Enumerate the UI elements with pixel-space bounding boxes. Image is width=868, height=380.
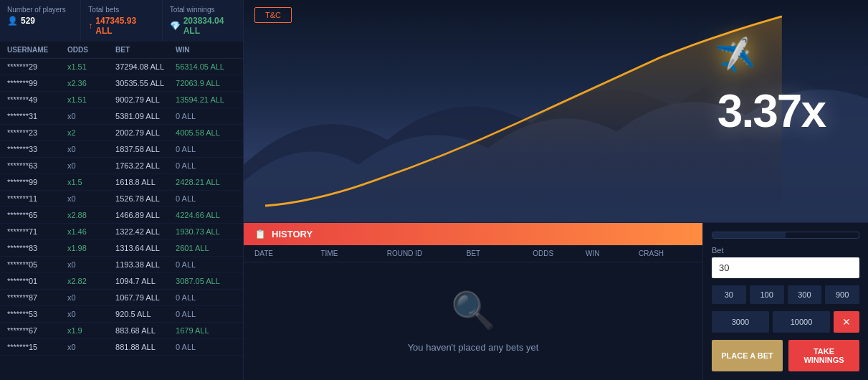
table-row: *******87 x0 1067.79 ALL 0 ALL [0, 290, 243, 306]
cell-bet: 1763.22 ALL [115, 161, 176, 170]
multiplier-display: 3.37x [717, 85, 825, 138]
col-time: TIME [320, 250, 386, 257]
winnings-stat: Total winnings 💎 203834.04 ALL [163, 0, 243, 42]
history-icon: 📋 [254, 229, 266, 239]
cell-odds: x1.98 [67, 244, 115, 252]
cell-odds: x1.51 [67, 62, 115, 71]
action-buttons: PLACE A BET TAKE WINNINGS [712, 340, 859, 371]
empty-icon: 🔍 [451, 290, 495, 331]
cell-win: 72063.9 ALL [176, 79, 236, 87]
cell-bet: 1067.79 ALL [115, 293, 176, 302]
cell-odds: x0 [67, 145, 115, 153]
cell-username: *******65 [7, 211, 67, 219]
cell-bet: 920.5 ALL [115, 310, 176, 318]
cell-username: *******63 [7, 161, 67, 170]
players-icon: 👤 [7, 16, 18, 26]
cell-win: 0 ALL [176, 161, 236, 170]
table-row: *******05 x0 1193.38 ALL 0 ALL [0, 257, 243, 273]
cell-odds: x1.46 [67, 227, 115, 236]
take-winnings-button[interactable]: TAKE WINNINGS [788, 340, 859, 371]
cell-win: 0 ALL [176, 194, 236, 203]
stake-selector-tab[interactable]: STAKE SELECTOR [712, 232, 786, 239]
cell-odds: x1.5 [67, 178, 115, 186]
table-row: *******49 x1.51 9002.79 ALL 13594.21 ALL [0, 92, 243, 108]
col-round-id: ROUND ID [387, 250, 467, 257]
col-bet-h: BET [467, 250, 533, 257]
cell-bet: 1313.64 ALL [115, 244, 176, 252]
quick-bet-100[interactable]: 100 [750, 285, 784, 304]
cell-bet: 30535.55 ALL [115, 79, 176, 87]
cell-win: 13594.21 ALL [176, 95, 236, 104]
quick-bet-300[interactable]: 300 [788, 285, 822, 304]
cell-odds: x0 [67, 161, 115, 170]
winnings-label: Total winnings [170, 6, 236, 14]
cell-username: *******01 [7, 277, 67, 285]
cell-bet: 1094.7 ALL [115, 277, 176, 285]
cell-odds: x2 [67, 128, 115, 137]
table-row: *******83 x1.98 1313.64 ALL 2601 ALL [0, 240, 243, 257]
right-panel: T&C ✈️ 3.37x 📋 HI [244, 0, 868, 380]
autobet-tab[interactable]: AUTOBET [786, 232, 859, 239]
cell-username: *******05 [7, 260, 67, 269]
history-header: 📋 HISTORY [244, 223, 702, 245]
clear-button[interactable]: ✕ [834, 311, 859, 333]
tc-button[interactable]: T&C [254, 7, 292, 23]
cell-win: 0 ALL [176, 260, 236, 269]
winnings-value: 💎 203834.04 ALL [170, 16, 236, 36]
cell-win: 1930.73 ALL [176, 227, 236, 236]
cell-username: *******99 [7, 79, 67, 87]
bets-label: Total bets [88, 6, 154, 14]
players-stat: Number of players 👤 529 [0, 0, 81, 42]
history-table-header: DATE TIME ROUND ID BET ODDS WIN CRASH [244, 245, 702, 262]
history-empty: 🔍 You haven't placed any bets yet [244, 262, 702, 380]
table-row: *******67 x1.9 883.68 ALL 1679 ALL [0, 323, 243, 339]
table-row: *******99 x2.36 30535.55 ALL 72063.9 ALL [0, 75, 243, 92]
table-row: *******01 x2.82 1094.7 ALL 3087.05 ALL [0, 273, 243, 290]
table-row: *******29 x1.51 37294.08 ALL 56314.05 AL… [0, 59, 243, 75]
quick-bet-3000[interactable]: 3000 [712, 311, 769, 333]
place-bet-button[interactable]: PLACE A BET [712, 340, 783, 371]
cell-odds: x2.88 [67, 211, 115, 219]
quick-bet-30[interactable]: 30 [712, 285, 746, 304]
quick-bet-10000[interactable]: 10000 [773, 311, 830, 333]
table-row: *******23 x2 2002.79 ALL 4005.58 ALL [0, 125, 243, 141]
cell-bet: 1618.8 ALL [115, 178, 176, 186]
bet-field-container: Bet [712, 246, 859, 278]
quick-bet-900[interactable]: 900 [825, 285, 859, 304]
cell-username: *******11 [7, 194, 67, 203]
cell-bet: 9002.79 ALL [115, 95, 176, 104]
empty-text: You haven't placed any bets yet [408, 342, 539, 353]
cell-username: *******23 [7, 128, 67, 137]
cell-username: *******29 [7, 62, 67, 71]
cell-odds: x1.9 [67, 326, 115, 335]
cell-odds: x2.82 [67, 277, 115, 285]
table-row: *******63 x0 1763.22 ALL 0 ALL [0, 158, 243, 174]
cell-win: 0 ALL [176, 310, 236, 318]
bet-input[interactable] [712, 257, 859, 278]
cell-win: 0 ALL [176, 293, 236, 302]
left-panel: Number of players 👤 529 Total bets ↑ 147… [0, 0, 244, 380]
cell-bet: 37294.08 ALL [115, 62, 176, 71]
col-username: USERNAME [7, 46, 67, 54]
selector-tabs: STAKE SELECTOR AUTOBET [712, 232, 859, 239]
table-row: *******71 x1.46 1322.42 ALL 1930.73 ALL [0, 224, 243, 240]
cell-odds: x0 [67, 310, 115, 318]
cell-bet: 1526.78 ALL [115, 194, 176, 203]
cell-odds: x0 [67, 194, 115, 203]
bet-label: Bet [712, 246, 859, 255]
cell-win: 2601 ALL [176, 244, 236, 252]
cell-username: *******53 [7, 310, 67, 318]
history-panel: 📋 HISTORY DATE TIME ROUND ID BET ODDS WI… [244, 223, 703, 380]
players-value: 👤 529 [7, 16, 73, 26]
table-row: *******99 x1.5 1618.8 ALL 2428.21 ALL [0, 174, 243, 191]
cell-username: *******67 [7, 326, 67, 335]
col-win: WIN [176, 46, 236, 54]
cell-odds: x1.51 [67, 95, 115, 104]
cell-odds: x0 [67, 112, 115, 120]
bets-value: ↑ 147345.93 ALL [88, 16, 154, 36]
cell-win: 4224.66 ALL [176, 211, 236, 219]
cell-bet: 881.88 ALL [115, 343, 176, 351]
cell-bet: 883.68 ALL [115, 326, 176, 335]
cell-win: 0 ALL [176, 343, 236, 351]
cell-username: *******99 [7, 178, 67, 186]
